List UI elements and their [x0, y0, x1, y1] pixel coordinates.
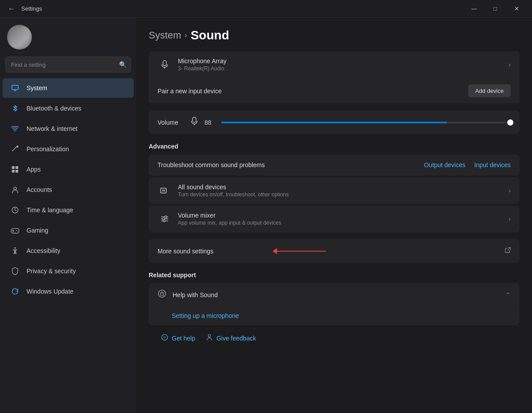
- mic-row-icon: [158, 57, 172, 72]
- svg-rect-19: [193, 117, 196, 122]
- svg-rect-5: [12, 166, 15, 169]
- system-icon: [10, 83, 20, 93]
- microphone-array-row[interactable]: Microphone Array 3- Realtek(R) Audio ›: [149, 51, 520, 78]
- sidebar-item-accounts[interactable]: Accounts: [3, 180, 134, 199]
- sidebar-item-label: System: [27, 84, 47, 92]
- sidebar-item-label: Personalization: [27, 145, 69, 153]
- sidebar-item-label: Windows Update: [27, 288, 73, 295]
- volume-value: 88: [204, 119, 215, 126]
- svg-point-14: [16, 230, 17, 231]
- microphone-title: Microphone Array: [178, 57, 509, 65]
- titlebar: ← Settings — □ ✕: [0, 0, 532, 18]
- svg-point-29: [163, 220, 166, 222]
- bluetooth-icon: [10, 103, 20, 114]
- setting-up-microphone-link[interactable]: Setting up a microphone: [149, 307, 520, 325]
- all-sound-devices-row[interactable]: All sound devices Turn devices on/off, t…: [149, 177, 520, 204]
- sidebar-item-system[interactable]: System: [3, 78, 134, 98]
- search-icon: 🔍: [119, 61, 127, 68]
- breadcrumb-chevron: ›: [185, 31, 187, 39]
- minimize-button[interactable]: —: [464, 2, 484, 16]
- sidebar-item-label: Accounts: [27, 186, 52, 193]
- volume-mixer-row[interactable]: Volume mixer App volume mix, app input &…: [149, 206, 520, 232]
- breadcrumb-system: System: [149, 30, 181, 41]
- svg-point-23: [164, 190, 165, 191]
- input-devices-link[interactable]: Input devices: [474, 161, 511, 168]
- sidebar-item-apps[interactable]: Apps: [3, 160, 134, 179]
- help-title: Help with Sound: [173, 291, 505, 298]
- output-devices-link[interactable]: Output devices: [424, 161, 465, 168]
- volume-label: Volume: [158, 119, 184, 126]
- avatar-blur: [7, 25, 32, 50]
- search-area: 🔍: [5, 57, 131, 73]
- avatar: [7, 25, 32, 50]
- svg-point-28: [165, 216, 167, 218]
- update-icon: [10, 286, 20, 297]
- footer: ? Get help Give feedback: [149, 327, 520, 350]
- microphone-text: Microphone Array 3- Realtek(R) Audio: [178, 57, 509, 72]
- give-feedback-link[interactable]: Give feedback: [206, 334, 256, 343]
- more-sound-settings-row[interactable]: More sound settings: [149, 239, 520, 263]
- personalization-icon: [10, 144, 20, 154]
- privacy-icon: [10, 266, 20, 276]
- help-with-sound-row[interactable]: Help with Sound ⌃: [149, 283, 520, 307]
- svg-point-2: [15, 131, 15, 132]
- svg-text:?: ?: [163, 336, 166, 340]
- get-help-link[interactable]: ? Get help: [161, 334, 195, 343]
- sidebar-item-label: Network & internet: [27, 125, 77, 132]
- gaming-icon: [10, 225, 20, 236]
- all-sound-devices-card: All sound devices Turn devices on/off, t…: [149, 177, 520, 204]
- volume-fill: [221, 122, 447, 123]
- sidebar-item-time[interactable]: Time & language: [3, 200, 134, 220]
- sidebar-item-label: Time & language: [27, 206, 73, 214]
- get-help-label: Get help: [172, 335, 195, 342]
- sidebar-item-privacy[interactable]: Privacy & security: [3, 261, 134, 281]
- volume-thumb: [507, 119, 513, 126]
- search-input[interactable]: [5, 57, 131, 73]
- microphone-subtitle: 3- Realtek(R) Audio: [178, 65, 509, 72]
- accounts-icon: [10, 184, 20, 195]
- sidebar-item-label: Privacy & security: [27, 268, 76, 275]
- add-device-button[interactable]: Add device: [468, 84, 511, 97]
- close-button[interactable]: ✕: [506, 2, 527, 16]
- maximize-button[interactable]: □: [485, 2, 505, 16]
- svg-point-27: [162, 218, 165, 220]
- troubleshoot-label: Troubleshoot common sound problems: [158, 161, 424, 168]
- volume-slider[interactable]: [221, 118, 511, 127]
- related-support-heading: Related support: [149, 272, 520, 279]
- troubleshoot-row: Troubleshoot common sound problems Outpu…: [149, 154, 520, 176]
- all-sound-title: All sound devices: [178, 184, 509, 191]
- sidebar-item-accessibility[interactable]: Accessibility: [3, 241, 134, 260]
- volume-mixer-title: Volume mixer: [178, 212, 509, 219]
- help-icon: [158, 289, 166, 300]
- external-link-icon: [505, 247, 511, 255]
- svg-rect-17: [163, 61, 166, 66]
- volume-mixer-icon: [158, 212, 172, 226]
- input-devices-card: Microphone Array 3- Realtek(R) Audio › P…: [149, 51, 520, 103]
- pair-new-input-row[interactable]: Pair a new input device Add device: [149, 78, 520, 103]
- get-help-icon: ?: [161, 334, 168, 343]
- sidebar-item-personalization[interactable]: Personalization: [3, 139, 134, 159]
- volume-track: [221, 122, 511, 123]
- network-icon: [10, 123, 20, 134]
- all-sound-subtitle: Turn devices on/off, troubleshoot, other…: [178, 191, 509, 198]
- time-icon: [10, 205, 20, 215]
- apps-icon: [10, 164, 20, 175]
- chevron-right-icon: ›: [509, 215, 511, 222]
- main-layout: 🔍 System Bluetooth & devices Network & i…: [0, 18, 532, 413]
- svg-line-32: [508, 248, 510, 250]
- page-title: Sound: [191, 28, 229, 42]
- sidebar: 🔍 System Bluetooth & devices Network & i…: [0, 18, 136, 413]
- volume-mixer-subtitle: App volume mix, app input & output devic…: [178, 220, 509, 226]
- arrow-line: [277, 251, 326, 252]
- svg-rect-1: [14, 90, 16, 91]
- sidebar-item-gaming[interactable]: Gaming: [3, 221, 134, 240]
- back-button[interactable]: ←: [5, 3, 18, 15]
- sidebar-item-network[interactable]: Network & internet: [3, 119, 134, 138]
- sidebar-item-update[interactable]: Windows Update: [3, 282, 134, 301]
- svg-rect-8: [15, 170, 18, 172]
- sidebar-item-bluetooth[interactable]: Bluetooth & devices: [3, 99, 134, 118]
- svg-point-4: [16, 145, 19, 148]
- volume-mixer-card: Volume mixer App volume mix, app input &…: [149, 206, 520, 232]
- help-chevron-icon: ⌃: [505, 291, 511, 298]
- help-card: Help with Sound ⌃ Setting up a microphon…: [149, 283, 520, 325]
